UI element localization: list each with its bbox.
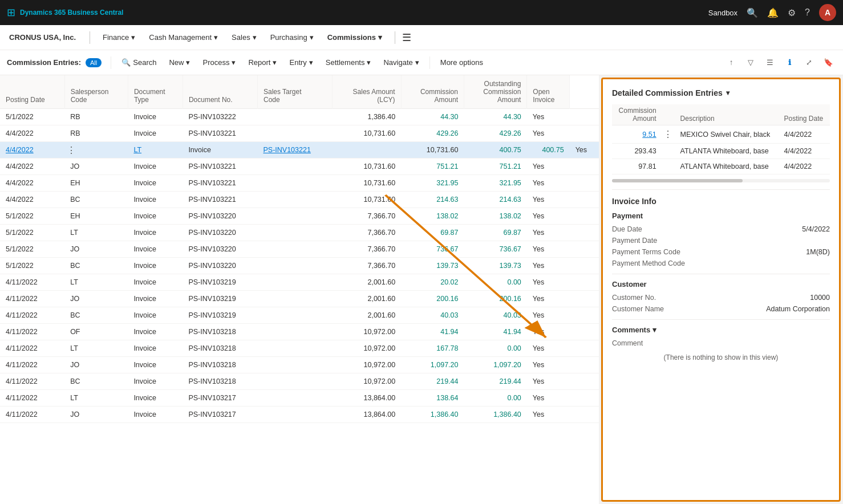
table-cell[interactable]: 4/4/2022 <box>0 158 64 175</box>
table-row[interactable]: 5/1/2022EHInvoicePS-INV1032207,366.70138… <box>0 208 599 225</box>
table-cell[interactable]: JO <box>64 158 128 175</box>
table-cell[interactable]: 5/1/2022 <box>0 225 64 241</box>
detail-row-menu-button[interactable] <box>660 159 677 174</box>
table-cell[interactable]: LT <box>64 340 128 357</box>
table-cell[interactable]: 5/1/2022 <box>0 208 64 225</box>
table-cell[interactable]: LT <box>64 390 128 407</box>
table-cell[interactable]: BC <box>64 258 128 274</box>
table-row[interactable]: 4/11/2022OFInvoicePS-INV10321810,972.004… <box>0 324 599 340</box>
table-row[interactable]: 5/1/2022LTInvoicePS-INV1032207,366.7069.… <box>0 225 599 241</box>
table-cell[interactable]: OF <box>64 324 128 340</box>
table-cell[interactable]: 4/11/2022 <box>0 373 64 390</box>
col-outstanding-commission[interactable]: OutstandingCommissionAmount <box>464 75 526 109</box>
table-cell[interactable]: 4/11/2022 <box>0 340 64 357</box>
table-cell[interactable]: PS-INV103218 <box>183 357 257 373</box>
table-cell[interactable]: 5/1/2022 <box>0 109 64 125</box>
table-cell[interactable]: RB <box>64 125 128 142</box>
table-cell[interactable]: PS-INV103221 <box>183 125 257 142</box>
table-cell[interactable]: 4/11/2022 <box>0 291 64 307</box>
table-cell[interactable]: 4/11/2022 <box>0 324 64 340</box>
nav-item-sales[interactable]: Sales ▾ <box>226 31 262 44</box>
entry-button[interactable]: Entry ▾ <box>283 56 318 69</box>
table-cell[interactable]: LT <box>64 274 128 291</box>
table-row[interactable]: 5/1/2022JOInvoicePS-INV1032207,366.70736… <box>0 241 599 258</box>
col-salesperson-code[interactable]: SalespersonCode <box>64 75 128 109</box>
table-cell[interactable]: PS-INV103221 <box>183 192 257 208</box>
table-cell[interactable]: EH <box>64 175 128 192</box>
table-cell[interactable]: PS-INV103218 <box>183 373 257 390</box>
table-cell[interactable]: 4/11/2022 <box>0 307 64 324</box>
navigate-button[interactable]: Navigate ▾ <box>378 56 424 69</box>
filter-button[interactable]: ▽ <box>743 55 759 71</box>
table-cell[interactable]: JO <box>64 241 128 258</box>
table-cell[interactable]: PS-INV103220 <box>183 208 257 225</box>
table-cell[interactable]: 4/4/2022 <box>0 125 64 142</box>
table-row[interactable]: 4/11/2022LTInvoicePS-INV1032192,001.6020… <box>0 274 599 291</box>
nav-item-finance[interactable]: Finance ▾ <box>97 31 141 44</box>
table-cell[interactable]: 4/11/2022 <box>0 274 64 291</box>
table-cell[interactable]: 4/11/2022 <box>0 357 64 373</box>
table-cell[interactable]: LT <box>64 225 128 241</box>
filter-badge[interactable]: All <box>86 58 102 67</box>
table-cell[interactable]: 5/1/2022 <box>0 258 64 274</box>
table-cell[interactable]: PS-INV103221 <box>183 175 257 192</box>
table-cell[interactable]: 4/11/2022 <box>0 407 64 423</box>
nav-item-cash-management[interactable]: Cash Management ▾ <box>143 31 224 44</box>
process-button[interactable]: Process ▾ <box>197 56 241 69</box>
fullscreen-button[interactable]: ⤢ <box>801 55 817 71</box>
table-row[interactable]: 4/11/2022BCInvoicePS-INV1032192,001.6040… <box>0 307 599 324</box>
settlements-button[interactable]: Settlements ▾ <box>320 56 377 69</box>
col-document-type[interactable]: DocumentType <box>128 75 183 109</box>
table-cell[interactable]: EH <box>64 208 128 225</box>
nav-item-commissions[interactable]: Commissions ▾ <box>322 31 388 44</box>
col-sales-amount[interactable]: Sales Amount(LCY) <box>333 75 402 109</box>
table-cell[interactable]: PS-INV103220 <box>183 225 257 241</box>
table-cell[interactable]: BC <box>64 192 128 208</box>
detail-amount-cell[interactable]: 9.51 <box>612 125 660 144</box>
detail-row-menu-button[interactable] <box>660 144 677 159</box>
table-cell[interactable]: PS-INV103219 <box>183 274 257 291</box>
user-avatar[interactable]: A <box>819 4 836 21</box>
table-cell[interactable]: 4/4/2022 <box>0 175 64 192</box>
table-cell[interactable]: JO <box>64 407 128 423</box>
table-cell[interactable]: JO <box>64 291 128 307</box>
table-cell[interactable]: RB <box>64 109 128 125</box>
detail-row-menu-button[interactable]: ⋮ <box>660 125 677 144</box>
report-button[interactable]: Report ▾ <box>242 56 282 69</box>
table-cell[interactable]: 4/11/2022 <box>0 390 64 407</box>
comments-title[interactable]: Comments ▾ <box>612 326 830 334</box>
table-row[interactable]: 4/11/2022JOInvoicePS-INV10321810,972.001… <box>0 357 599 373</box>
search-button[interactable]: 🔍 Search <box>116 56 162 69</box>
table-cell[interactable]: BC <box>64 307 128 324</box>
table-cell[interactable]: PS-INV103220 <box>183 241 257 258</box>
info-button[interactable]: ℹ <box>781 55 797 71</box>
col-commission-amount[interactable]: CommissionAmount <box>401 75 464 109</box>
bookmark-button[interactable]: 🔖 <box>820 55 836 71</box>
col-document-no[interactable]: Document No. <box>183 75 257 109</box>
table-row[interactable]: 4/4/2022⋮LTInvoicePS-INV10322110,731.604… <box>0 142 599 158</box>
table-cell[interactable]: BC <box>64 373 128 390</box>
detail-scrollbar[interactable] <box>612 179 830 182</box>
share-button[interactable]: ↑ <box>723 55 739 71</box>
table-cell[interactable]: PS-INV103219 <box>183 307 257 324</box>
bell-icon[interactable]: 🔔 <box>767 7 779 18</box>
table-row[interactable]: 4/11/2022JOInvoicePS-INV1032192,001.6020… <box>0 291 599 307</box>
table-row[interactable]: 4/11/2022LTInvoicePS-INV10321713,864.001… <box>0 390 599 407</box>
table-row[interactable]: 5/1/2022RBInvoicePS-INV1032221,386.4044.… <box>0 109 599 125</box>
table-row[interactable]: 4/4/2022EHInvoicePS-INV10322110,731.6032… <box>0 175 599 192</box>
table-row[interactable]: 4/4/2022JOInvoicePS-INV10322110,731.6075… <box>0 158 599 175</box>
more-options-button[interactable]: More options <box>435 56 489 69</box>
table-cell[interactable]: PS-INV103219 <box>183 291 257 307</box>
table-cell[interactable]: PS-INV103217 <box>183 390 257 407</box>
table-row[interactable]: 4/4/2022BCInvoicePS-INV10322110,731.6021… <box>0 192 599 208</box>
gear-icon[interactable]: ⚙ <box>788 7 796 18</box>
table-row[interactable]: 4/4/2022RBInvoicePS-INV10322110,731.6042… <box>0 125 599 142</box>
list-view-button[interactable]: ☰ <box>762 55 778 71</box>
table-cell[interactable]: PS-INV103222 <box>183 109 257 125</box>
table-cell[interactable]: PS-INV103218 <box>183 340 257 357</box>
col-open-invoice[interactable]: OpenInvoice <box>527 75 570 109</box>
help-icon[interactable]: ? <box>805 7 810 18</box>
table-row[interactable]: 4/11/2022BCInvoicePS-INV10321810,972.002… <box>0 373 599 390</box>
search-icon[interactable]: 🔍 <box>747 7 758 18</box>
col-posting-date[interactable]: Posting Date <box>0 75 64 109</box>
